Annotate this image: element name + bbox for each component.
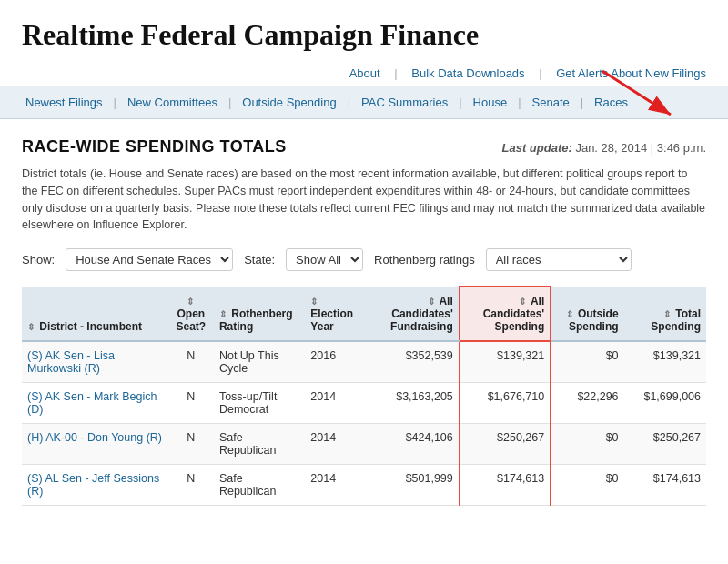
col-header-rating[interactable]: ⇕ Rothenberg Rating <box>214 287 305 341</box>
cell-outside-3: $0 <box>551 465 623 506</box>
description-text: District totals (ie. House and Senate ra… <box>22 166 706 234</box>
sort-icon-fund: ⇕ <box>428 297 435 307</box>
state-select[interactable]: Show All AL AK <box>286 248 363 271</box>
last-update: Last update: Jan. 28, 2014 | 3:46 p.m. <box>501 137 706 155</box>
cell-rating-1: Toss-up/Tilt Democrat <box>214 383 305 424</box>
cell-fund-1: $3,163,205 <box>359 383 459 424</box>
show-select[interactable]: House And Senate Races House Races Senat… <box>66 248 233 271</box>
cell-rating-0: Not Up This Cycle <box>214 341 305 383</box>
bulk-data-link[interactable]: Bulk Data Downloads <box>411 66 524 80</box>
section-title: RACE-WIDE SPENDING TOTALS <box>22 137 287 156</box>
sort-icon-total: ⇕ <box>663 309 671 319</box>
cell-all-spending-0: $139,321 <box>460 341 551 383</box>
cell-open-2: N <box>168 424 214 465</box>
col-header-all-candidates-spending[interactable]: ⇕ All Candidates' Spending <box>460 287 551 341</box>
cell-fund-2: $424,106 <box>359 424 459 465</box>
cell-year-1: 2014 <box>305 383 359 424</box>
cell-rating-2: Safe Republican <box>214 424 305 465</box>
cell-outside-1: $22,296 <box>551 383 623 424</box>
col-header-candidate-fund[interactable]: ⇕ All Candidates' Fundraising <box>359 287 459 341</box>
last-update-value: Jan. 28, 2014 | 3:46 p.m. <box>575 141 706 155</box>
last-update-label: Last update: <box>501 141 571 155</box>
district-link-2[interactable]: (H) AK-00 - Don Young (R) <box>27 431 162 444</box>
table-header-row: ⇕ District - Incumbent ⇕ Open Seat? ⇕ Ro… <box>22 287 706 341</box>
cell-total-2: $250,267 <box>624 424 706 465</box>
new-committees-link[interactable]: New Committees <box>116 86 228 118</box>
cell-all-spending-2: $250,267 <box>460 424 551 465</box>
table-row: (S) AK Sen - Lisa Murkowski (R) N Not Up… <box>22 341 706 383</box>
races-link[interactable]: Races <box>583 86 639 118</box>
district-link-3[interactable]: (S) AL Sen - Jeff Sessions (R) <box>27 472 159 498</box>
ratings-select[interactable]: All races Toss-up/Tilt Democrat Safe Rep… <box>486 248 632 271</box>
cell-total-3: $174,613 <box>624 465 706 506</box>
cell-district-1: (S) AK Sen - Mark Begich (D) <box>22 383 168 424</box>
cell-year-0: 2016 <box>305 341 359 383</box>
cell-fund-0: $352,539 <box>359 341 459 383</box>
cell-district-3: (S) AL Sen - Jeff Sessions (R) <box>22 465 168 506</box>
cell-open-3: N <box>168 465 214 506</box>
cell-district-2: (H) AK-00 - Don Young (R) <box>22 424 168 465</box>
sort-icon-district: ⇕ <box>27 322 35 332</box>
col-header-open-seat[interactable]: ⇕ Open Seat? <box>168 287 214 341</box>
pac-summaries-link[interactable]: PAC Summaries <box>350 86 459 118</box>
sort-icon-rating: ⇕ <box>219 309 227 319</box>
col-header-district[interactable]: ⇕ District - Incumbent <box>22 287 168 341</box>
sort-icon-year: ⇕ <box>310 297 318 307</box>
cell-open-1: N <box>168 383 214 424</box>
outside-spending-link[interactable]: Outside Spending <box>231 86 347 118</box>
top-nav: About | Bulk Data Downloads | Get Alerts… <box>0 61 728 86</box>
col-header-total-spending[interactable]: ⇕ Total Spending <box>624 287 706 341</box>
sort-icon-outside: ⇕ <box>566 309 573 319</box>
about-link[interactable]: About <box>349 66 380 80</box>
sub-nav: Newest Filings | New Committees | Outsid… <box>0 86 728 119</box>
col-header-outside-spending[interactable]: ⇕ Outside Spending <box>551 287 623 341</box>
site-title: Realtime Federal Campaign Finance <box>22 18 706 52</box>
cell-total-0: $139,321 <box>624 341 706 383</box>
cell-total-1: $1,699,006 <box>624 383 706 424</box>
sort-icon-all-spending: ⇕ <box>519 297 526 307</box>
cell-district-0: (S) AK Sen - Lisa Murkowski (R) <box>22 341 168 383</box>
sort-icon-open: ⇕ <box>187 297 194 307</box>
table-row: (S) AK Sen - Mark Begich (D) N Toss-up/T… <box>22 383 706 424</box>
ratings-label: Rothenberg ratings <box>374 253 475 267</box>
section-header-row: RACE-WIDE SPENDING TOTALS Last update: J… <box>22 137 706 156</box>
site-header: Realtime Federal Campaign Finance <box>0 0 728 61</box>
main-content: RACE-WIDE SPENDING TOTALS Last update: J… <box>0 119 728 524</box>
district-link-0[interactable]: (S) AK Sen - Lisa Murkowski (R) <box>27 349 115 375</box>
nav-separator-1: | <box>394 66 397 80</box>
col-header-year[interactable]: ⇕ Election Year <box>305 287 359 341</box>
cell-rating-3: Safe Republican <box>214 465 305 506</box>
district-link-1[interactable]: (S) AK Sen - Mark Begich (D) <box>27 390 157 416</box>
cell-year-2: 2014 <box>305 424 359 465</box>
table-row: (H) AK-00 - Don Young (R) N Safe Republi… <box>22 424 706 465</box>
show-label: Show: <box>22 253 55 267</box>
cell-all-spending-1: $1,676,710 <box>460 383 551 424</box>
spending-table: ⇕ District - Incumbent ⇕ Open Seat? ⇕ Ro… <box>22 286 706 506</box>
filters-row: Show: House And Senate Races House Races… <box>22 248 706 271</box>
cell-open-0: N <box>168 341 214 383</box>
house-link[interactable]: House <box>462 86 519 118</box>
table-row: (S) AL Sen - Jeff Sessions (R) N Safe Re… <box>22 465 706 506</box>
cell-fund-3: $501,999 <box>359 465 459 506</box>
cell-outside-0: $0 <box>551 341 623 383</box>
newest-filings-link[interactable]: Newest Filings <box>15 86 114 118</box>
senate-link[interactable]: Senate <box>521 86 581 118</box>
state-label: State: <box>244 253 275 267</box>
cell-outside-2: $0 <box>551 424 623 465</box>
alerts-link[interactable]: Get Alerts About New Filings <box>556 66 706 80</box>
cell-year-3: 2014 <box>305 465 359 506</box>
nav-separator-2: | <box>539 66 541 80</box>
cell-all-spending-3: $174,613 <box>460 465 551 506</box>
